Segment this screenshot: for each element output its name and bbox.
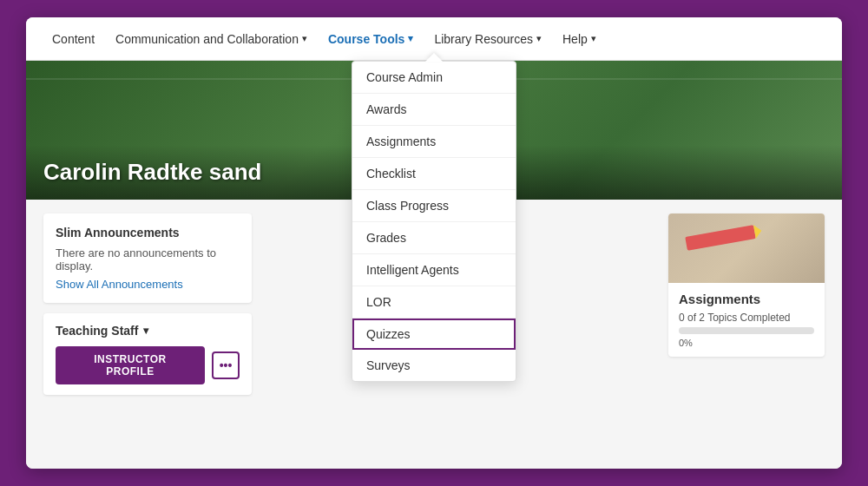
instructor-btn-row: INSTRUCTOR PROFILE •••	[56, 346, 240, 384]
pencil-decoration	[685, 225, 756, 251]
chevron-down-icon: ▾	[302, 33, 307, 44]
assignments-thumbnail	[668, 213, 825, 283]
teaching-staff-card: Teaching Staff ▾ INSTRUCTOR PROFILE •••	[43, 313, 252, 395]
progress-text: 0 of 2 Topics Completed	[679, 312, 814, 324]
left-column: Slim Announcements There are no announce…	[43, 213, 252, 455]
announcements-card: Slim Announcements There are no announce…	[43, 213, 252, 303]
dropdown-item-assignments[interactable]: Assignments	[352, 126, 516, 158]
announcements-body: There are no announcements to display.	[56, 246, 240, 273]
progress-bar	[679, 327, 814, 334]
dropdown-item-checklist[interactable]: Checklist	[352, 158, 516, 190]
dropdown-item-grades[interactable]: Grades	[352, 222, 516, 254]
nav-content[interactable]: Content	[52, 32, 95, 46]
assignments-body: Assignments 0 of 2 Topics Completed 0%	[668, 283, 825, 357]
more-options-button[interactable]: •••	[212, 351, 240, 379]
dropdown-item-intelligent-agents[interactable]: Intelligent Agents	[352, 254, 516, 286]
announcements-title: Slim Announcements	[56, 226, 240, 240]
chevron-down-icon: ▾	[408, 33, 413, 44]
chevron-down-icon: ▾	[591, 33, 596, 44]
right-area: Assignments 0 of 2 Topics Completed 0%	[266, 213, 825, 455]
dropdown-item-course-admin[interactable]: Course Admin	[352, 62, 516, 94]
chevron-down-icon: ▾	[143, 325, 148, 337]
chevron-down-icon: ▾	[536, 33, 542, 44]
instructor-profile-button[interactable]: INSTRUCTOR PROFILE	[56, 346, 205, 384]
nav-library-resources[interactable]: Library Resources ▾	[434, 32, 542, 46]
show-all-announcements-link[interactable]: Show All Announcements	[56, 278, 240, 291]
assignments-label: Assignments	[679, 292, 814, 306]
browser-frame: Content Communication and Collaboration …	[26, 17, 842, 469]
dropdown-item-surveys[interactable]: Surveys	[352, 350, 516, 381]
dropdown-item-lor[interactable]: LOR	[352, 286, 516, 319]
progress-percentage: 0%	[679, 338, 814, 348]
course-tools-dropdown: Course Admin Awards Assignments Checklis…	[352, 61, 516, 382]
dropdown-item-class-progress[interactable]: Class Progress	[352, 190, 516, 222]
assignments-card: Assignments 0 of 2 Topics Completed 0%	[668, 213, 825, 357]
nav-course-tools[interactable]: Course Tools ▾	[328, 32, 413, 46]
nav-communication[interactable]: Communication and Collaboration ▾	[115, 32, 307, 46]
dropdown-item-awards[interactable]: Awards	[352, 94, 516, 126]
nav-help[interactable]: Help ▾	[562, 32, 596, 46]
hero-title: Carolin Radtke sand	[43, 159, 261, 185]
dropdown-item-quizzes[interactable]: Quizzes	[352, 319, 516, 350]
teaching-staff-title: Teaching Staff ▾	[56, 324, 240, 338]
